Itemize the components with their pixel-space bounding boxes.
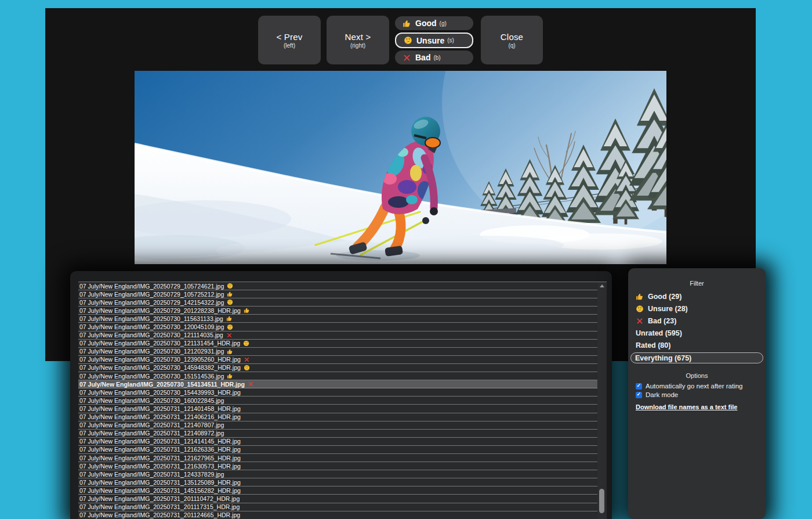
scroll-up-icon[interactable] [600, 284, 604, 287]
good-button[interactable]: Good (g) [395, 16, 473, 30]
rating-icon [636, 317, 644, 325]
file-row[interactable]: 07 July/New England/IMG_20250731_1216279… [78, 454, 597, 462]
file-row[interactable]: 07 July/New England/IMG_20250730_1211314… [78, 340, 597, 348]
prev-button[interactable]: < Prev (left) [258, 16, 321, 64]
thinking-face-icon [404, 36, 412, 45]
rating-icon [636, 305, 644, 313]
rating-icon [636, 293, 644, 301]
next-button[interactable]: Next > (right) [327, 16, 389, 64]
thumbs-up-icon [403, 19, 411, 28]
rating-icon [226, 315, 233, 322]
file-row[interactable]: 07 July/New England/IMG_20250729_1057252… [78, 290, 597, 298]
file-row[interactable]: 07 July/New England/IMG_20250731_1451562… [78, 486, 597, 495]
unsure-button[interactable]: Unsure (s) [395, 33, 473, 48]
download-filenames-link[interactable]: Download file names as a text file [636, 403, 737, 410]
filter-item-good[interactable]: Good (29) [632, 290, 762, 302]
file-row[interactable]: 07 July/New England/IMG_20250730_1544399… [78, 388, 597, 397]
options-title: Options [628, 372, 766, 379]
file-row[interactable]: 07 July/New England/IMG_20250730_1459483… [78, 364, 597, 372]
filter-list: Good (29) Unsure (28) Bad (23) Unrated (… [628, 290, 766, 363]
filter-item-bad[interactable]: Bad (23) [632, 315, 762, 327]
filter-title: Filter [628, 280, 766, 287]
close-label: Close [501, 32, 523, 42]
checkbox-checked-icon[interactable] [636, 383, 642, 390]
filter-item-unrated[interactable]: Unrated (595) [632, 327, 762, 339]
file-row[interactable]: 07 July/New England/IMG_20250731_1216263… [78, 446, 597, 454]
file-row[interactable]: 07 July/New England/IMG_20250731_1214078… [78, 421, 597, 430]
file-row[interactable]: 07 July/New England/IMG_20250731_1214062… [78, 413, 597, 421]
option-auto-next[interactable]: Automatically go next after rating [636, 383, 766, 390]
file-row[interactable]: 07 July/New England/IMG_20250731_1351250… [78, 478, 597, 486]
file-row[interactable]: 07 July/New England/IMG_20250730_1212029… [78, 348, 597, 356]
scrollbar[interactable] [597, 282, 607, 519]
rating-icon [227, 324, 233, 330]
file-row[interactable]: 07 July/New England/IMG_20250730_1211140… [78, 331, 597, 340]
file-row[interactable]: 07 July/New England/IMG_20250730_1515145… [78, 372, 597, 380]
file-row[interactable]: 07 July/New England/IMG_20250731_1214014… [78, 405, 597, 413]
photo-rater-app: < Prev (left) Next > (right) Good (g) Un… [0, 0, 812, 519]
prev-label: < Prev [277, 32, 303, 42]
sidebar: Filter Good (29) Unsure (28) Bad (23) Un… [628, 268, 766, 519]
next-label: Next > [345, 32, 371, 42]
file-row[interactable]: 07 July/New England/IMG_20250730_1541345… [78, 380, 597, 388]
file-row[interactable]: 07 July/New England/IMG_20250729_1057246… [78, 282, 597, 290]
file-row[interactable]: 07 July/New England/IMG_20250729_1421543… [78, 298, 597, 307]
rating-icon [226, 332, 233, 338]
rating-icon [227, 283, 233, 289]
file-row[interactable]: 07 July/New England/IMG_20250731_1216305… [78, 462, 597, 470]
photo-preview [135, 71, 666, 264]
rating-icon [227, 373, 233, 379]
file-list-panel: 07 July/New England/IMG_20250729_1057246… [70, 271, 612, 519]
rating-icon [227, 348, 233, 355]
rating-icon [248, 381, 254, 387]
file-row[interactable]: 07 July/New England/IMG_20250729_2012282… [78, 307, 597, 315]
file-row[interactable]: 07 July/New England/IMG_20250731_2011173… [78, 503, 597, 511]
file-row[interactable]: 07 July/New England/IMG_20250731_2011246… [78, 511, 597, 519]
close-hotkey: (q) [508, 42, 515, 49]
rating-icon [244, 356, 250, 363]
close-button[interactable]: Close (q) [481, 16, 543, 64]
rating-icon [243, 340, 249, 347]
option-dark-mode[interactable]: Dark mode [636, 391, 766, 398]
filter-item-unsure[interactable]: Unsure (28) [632, 302, 762, 315]
file-row[interactable]: 07 July/New England/IMG_20250730_1156311… [78, 315, 597, 323]
rating-icon [244, 365, 250, 371]
checkbox-checked-icon[interactable] [636, 392, 642, 398]
scrollbar-thumb[interactable] [599, 489, 604, 513]
file-row[interactable]: 07 July/New England/IMG_20250730_1600228… [78, 397, 597, 405]
file-row[interactable]: 07 July/New England/IMG_20250731_1243378… [78, 470, 597, 478]
file-row[interactable]: 07 July/New England/IMG_20250731_1214089… [78, 430, 597, 438]
next-hotkey: (right) [350, 42, 365, 49]
filter-item-everything[interactable]: Everything (675) [630, 352, 763, 363]
file-row[interactable]: 07 July/New England/IMG_20250731_1214141… [78, 438, 597, 446]
rating-buttons: Good (g) Unsure (s) Bad (b) [395, 16, 473, 64]
rating-icon [244, 307, 250, 313]
rating-icon [227, 299, 233, 305]
bad-button[interactable]: Bad (b) [395, 51, 473, 64]
file-row[interactable]: 07 July/New England/IMG_20250730_1239052… [78, 356, 597, 364]
file-row[interactable]: 07 July/New England/IMG_20250730_1200451… [78, 323, 597, 331]
file-list: 07 July/New England/IMG_20250729_1057246… [78, 282, 597, 519]
rating-icon [227, 291, 233, 297]
cross-mark-icon [403, 53, 411, 62]
prev-hotkey: (left) [284, 42, 295, 49]
file-row[interactable]: 07 July/New England/IMG_20250731_2011104… [78, 495, 597, 503]
filter-item-rated[interactable]: Rated (80) [632, 339, 762, 351]
